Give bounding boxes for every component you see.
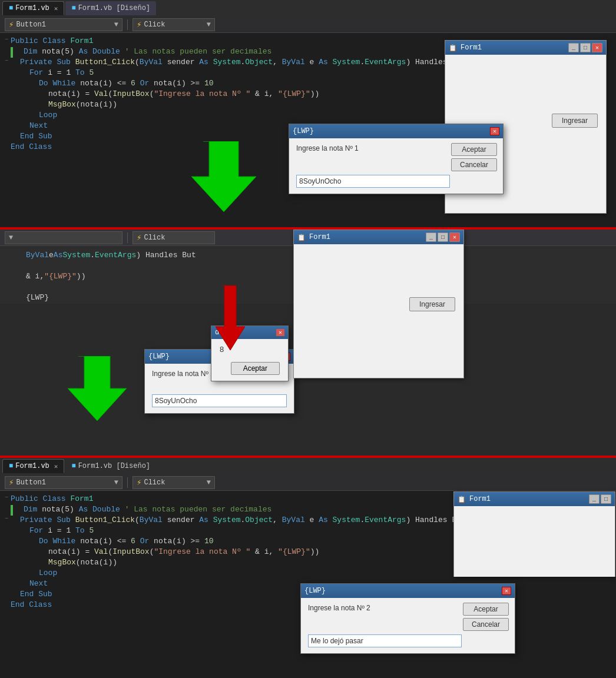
toolbar-divider-1 — [127, 19, 128, 30]
code-text-11: End Class — [11, 142, 52, 151]
event-dropdown-2[interactable]: ⚡ Click — [133, 231, 215, 244]
dropdown-arrow-3: ▼ — [114, 478, 118, 487]
dialog-cancelar-1[interactable]: Cancelar — [451, 158, 497, 171]
selector-dropdown-2[interactable]: ▼ — [5, 231, 122, 244]
lightning-icon-3: ⚡ — [9, 477, 14, 487]
selector-dropdown-3[interactable]: ⚡ Button1 ▼ — [5, 476, 122, 489]
dialog-close-1[interactable]: ✕ — [490, 127, 499, 135]
panel-2: ▼ ⚡ Click ByVal e As System.EventArgs) H… — [0, 230, 616, 458]
selector-dropdown-1[interactable]: ⚡ Button1 ▼ — [5, 18, 122, 31]
toolbar-3: ⚡ Button1 ▼ ⚡ Click ▼ — [0, 474, 616, 491]
code-text-3-5: Do While nota(i) <= 6 Or nota(i) >= 10 — [11, 537, 214, 546]
green-arrow-1 — [191, 141, 256, 218]
panel-3: ■ Form1.vb ✕ ■ Form1.vb [Diseño] ⚡ Butto… — [0, 458, 616, 676]
dialog-prompt-1: Ingrese la nota Nº 1 — [296, 144, 450, 152]
event-label-3: Click — [144, 478, 165, 487]
dialog-aceptar-1[interactable]: Aceptar — [451, 143, 497, 156]
file-icon-design-1: ■ — [71, 4, 75, 12]
form-maximize-1[interactable]: □ — [580, 43, 591, 52]
form-title-2: Form1 — [309, 233, 422, 241]
dialog-aceptar-3[interactable]: Aceptar — [463, 603, 509, 616]
form-vb-icon-1: 📋 — [449, 44, 457, 52]
dialog-input-3[interactable] — [308, 634, 462, 647]
collapse-3-3[interactable]: − — [5, 516, 8, 522]
code-text-7: MsgBox(nota(i)) — [11, 100, 117, 109]
file-icon-1: ■ — [9, 4, 13, 12]
tab-form1vb-3[interactable]: ■ Form1.vb ✕ — [2, 459, 64, 473]
collapse-3-1[interactable]: − — [5, 494, 8, 501]
form-minimize-2[interactable]: _ — [426, 232, 436, 242]
svg-marker-2 — [68, 356, 127, 421]
code-text-3-11: End Class — [11, 600, 52, 609]
collapse-3[interactable]: − — [5, 58, 8, 64]
tab-close-3[interactable]: ✕ — [54, 463, 58, 470]
toolbar-divider-2 — [127, 232, 128, 243]
dialog-input-2[interactable] — [152, 394, 287, 407]
form-close-1[interactable]: ✕ — [592, 43, 602, 52]
svg-marker-0 — [191, 141, 256, 212]
form-body-3 — [454, 506, 615, 577]
code-text-3-9: Next — [11, 579, 48, 588]
code-text-5: Do While nota(i) <= 6 Or nota(i) >= 10 — [11, 79, 214, 88]
dropdown-arrow-1: ▼ — [114, 21, 118, 29]
toolbar-divider-3 — [127, 477, 128, 488]
input-dialog-1[interactable]: {LWP} ✕ Ingrese la nota Nº 1 Aceptar Can… — [289, 124, 504, 194]
tab-bar-1: ■ Form1.vb ✕ ■ Form1.vb [Diseño] — [0, 0, 616, 16]
form-body-2: Ingresar — [294, 244, 463, 377]
lightning-icon-1: ⚡ — [9, 19, 14, 29]
dialog-input-1[interactable] — [296, 175, 450, 188]
code-text-3-8: Loop — [11, 569, 57, 577]
form-title-3: Form1 — [469, 495, 585, 503]
form-window-3[interactable]: 📋 Form1 _ □ — [453, 491, 615, 577]
code-text-4: For i = 1 To 5 — [11, 68, 94, 77]
tab-label-design-1: Form1.vb [Diseño] — [78, 4, 150, 12]
tab-bar-3: ■ Form1.vb ✕ ■ Form1.vb [Diseño] — [0, 458, 616, 474]
input-dialog-3[interactable]: {LWP} ✕ Ingrese la nota Nº 2 Aceptar Can… — [300, 583, 515, 654]
form-window-2[interactable]: 📋 Form1 _ □ ✕ Ingresar — [293, 230, 464, 378]
form-vb-icon-3: 📋 — [458, 496, 466, 503]
code-text-10: End Sub — [11, 132, 52, 141]
dialog-btns-1: Aceptar Cancelar — [451, 143, 497, 171]
form-titlebar-2: 📋 Form1 _ □ ✕ — [294, 230, 463, 244]
dropdown-arrow-event-3: ▼ — [207, 478, 211, 487]
dialog-btns-3: Aceptar Cancelar — [463, 603, 509, 631]
msg-close-1[interactable]: ✕ — [276, 329, 284, 336]
dialog-cancelar-3[interactable]: Cancelar — [463, 618, 509, 631]
form-close-2[interactable]: ✕ — [449, 232, 460, 242]
tab-close-1[interactable]: ✕ — [54, 5, 58, 12]
event-dropdown-1[interactable]: ⚡ Click ▼ — [133, 18, 215, 31]
msg-aceptar-1[interactable]: Aceptar — [231, 362, 280, 375]
code-text-3-3: Private Sub Button1_Click(ByVal sender A… — [11, 516, 466, 524]
dialog-prompt-3: Ingrese la nota Nº 2 — [308, 604, 462, 612]
dialog-title-3: {LWP} — [304, 587, 502, 595]
code-text-3-4: For i = 1 To 5 — [11, 526, 94, 535]
lightning-icon-event-1: ⚡ — [137, 19, 141, 29]
tab-form1vb-1[interactable]: ■ Form1.vb ✕ — [2, 1, 64, 15]
green-bar-3 — [11, 505, 13, 516]
green-bar-1 — [11, 47, 13, 58]
dropdown-arrow-event-1: ▼ — [207, 21, 211, 29]
tab-design-1[interactable]: ■ Form1.vb [Diseño] — [65, 1, 156, 15]
green-arrow-2 — [68, 356, 127, 427]
code-text-3-2: Dim nota(5) As Double ' Las notas pueden… — [14, 505, 271, 514]
ingresar-button-2[interactable]: Ingresar — [409, 297, 455, 311]
form-titlebar-btns-2: _ □ ✕ — [426, 232, 460, 242]
form-maximize-3[interactable]: □ — [601, 494, 611, 504]
tab-label-3: Form1.vb — [15, 462, 49, 470]
event-dropdown-3[interactable]: ⚡ Click ▼ — [133, 476, 215, 489]
tab-design-3[interactable]: ■ Form1.vb [Diseño] — [65, 459, 156, 473]
code-text-3-7: MsgBox(nota(i)) — [11, 558, 117, 567]
file-icon-design-3: ■ — [71, 462, 75, 470]
ingresar-button-1[interactable]: Ingresar — [552, 114, 598, 128]
form-minimize-1[interactable]: _ — [568, 43, 579, 52]
form-maximize-2[interactable]: □ — [438, 232, 448, 242]
dialog-titlebar-3: {LWP} ✕ — [301, 584, 515, 598]
form-titlebar-btns-3: _ □ — [589, 494, 611, 504]
collapse-1[interactable]: − — [5, 36, 8, 43]
event-label-1: Click — [144, 21, 165, 29]
dialog-close-3[interactable]: ✕ — [502, 587, 511, 595]
form-minimize-3[interactable]: _ — [589, 494, 600, 504]
event-label-2: Click — [144, 234, 165, 242]
lightning-icon-event-2: ⚡ — [137, 232, 141, 242]
code-text-3: Private Sub Button1_Click(ByVal sender A… — [11, 58, 466, 67]
